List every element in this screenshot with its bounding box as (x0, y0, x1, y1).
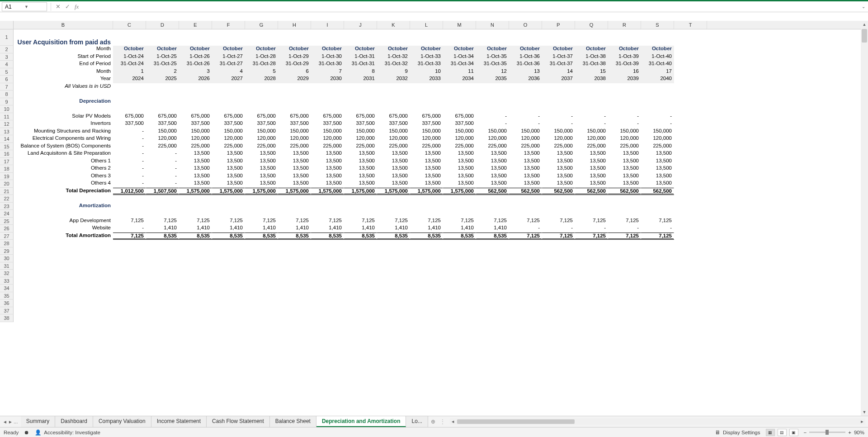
data-cell[interactable]: 13,500 (212, 158, 245, 166)
data-cell[interactable] (542, 83, 575, 91)
zoom-in-button[interactable]: + (848, 430, 851, 435)
data-cell[interactable]: 337,500 (113, 120, 146, 128)
data-cell[interactable] (377, 203, 410, 210)
data-cell[interactable]: 13,500 (509, 150, 542, 158)
data-cell[interactable] (311, 262, 344, 270)
data-cell[interactable]: 150,000 (542, 128, 575, 136)
row-label[interactable] (14, 210, 113, 218)
data-cell[interactable]: 337,500 (344, 120, 377, 128)
data-cell[interactable] (575, 195, 608, 203)
data-cell[interactable] (179, 90, 212, 98)
data-cell[interactable]: 13,500 (641, 158, 674, 166)
data-cell[interactable]: 13,500 (641, 165, 674, 173)
data-cell[interactable]: 562,500 (641, 188, 674, 195)
data-cell[interactable]: 31-Oct-28 (245, 61, 278, 68)
row-header[interactable]: 37 (0, 307, 14, 315)
data-cell[interactable]: 1,410 (344, 225, 377, 233)
data-cell[interactable]: 13,500 (476, 165, 509, 173)
data-cell[interactable]: 675,000 (179, 113, 212, 121)
data-cell[interactable]: - (509, 120, 542, 128)
data-cell[interactable] (146, 240, 179, 247)
data-cell[interactable]: - (608, 120, 641, 128)
data-cell[interactable]: 13,500 (641, 173, 674, 180)
col-header-T[interactable]: T (674, 21, 707, 29)
data-cell[interactable] (113, 90, 146, 98)
data-cell[interactable] (245, 277, 278, 285)
data-cell[interactable] (113, 210, 146, 218)
row-header[interactable]: 22 (0, 195, 14, 203)
data-cell[interactable] (443, 240, 476, 247)
data-cell[interactable] (113, 247, 146, 255)
data-cell[interactable]: 13,500 (542, 165, 575, 173)
data-cell[interactable] (311, 195, 344, 203)
data-cell[interactable] (113, 255, 146, 262)
row-label[interactable]: App Development (14, 218, 113, 225)
data-cell[interactable]: 13,500 (443, 150, 476, 158)
data-cell[interactable]: 31-Oct-30 (311, 61, 344, 68)
data-cell[interactable]: 13,500 (179, 180, 212, 188)
data-cell[interactable]: 13,500 (344, 165, 377, 173)
data-cell[interactable] (179, 299, 212, 307)
data-cell[interactable] (377, 90, 410, 98)
row-header[interactable]: 9 (0, 98, 14, 106)
row-label[interactable] (14, 307, 113, 315)
row-label[interactable] (14, 314, 113, 322)
data-cell[interactable] (575, 98, 608, 106)
col-header-E[interactable]: E (179, 21, 212, 29)
data-cell[interactable]: 2026 (179, 76, 212, 83)
data-cell[interactable] (542, 203, 575, 210)
data-cell[interactable]: 8,535 (278, 233, 311, 240)
data-cell[interactable] (212, 299, 245, 307)
data-cell[interactable]: October (641, 46, 674, 53)
data-cell[interactable] (575, 307, 608, 315)
data-cell[interactable] (377, 307, 410, 315)
data-cell[interactable]: 2 (146, 68, 179, 76)
data-cell[interactable]: 13,500 (377, 165, 410, 173)
data-cell[interactable]: 562,500 (542, 188, 575, 195)
data-cell[interactable]: 1,575,000 (278, 188, 311, 195)
data-cell[interactable]: 13,500 (377, 158, 410, 166)
data-cell[interactable] (608, 98, 641, 106)
data-cell[interactable]: 675,000 (410, 113, 443, 121)
data-cell[interactable] (179, 307, 212, 315)
data-cell[interactable]: - (542, 120, 575, 128)
data-cell[interactable]: 1,575,000 (179, 188, 212, 195)
row-label[interactable] (14, 255, 113, 262)
data-cell[interactable] (443, 105, 476, 113)
data-cell[interactable]: 13,500 (179, 158, 212, 166)
data-cell[interactable]: 31-Oct-24 (113, 61, 146, 68)
data-cell[interactable] (509, 255, 542, 262)
data-cell[interactable] (278, 195, 311, 203)
data-cell[interactable] (641, 255, 674, 262)
data-cell[interactable] (245, 105, 278, 113)
data-cell[interactable] (245, 195, 278, 203)
scroll-right-icon[interactable]: ► (859, 418, 865, 425)
data-cell[interactable]: - (509, 225, 542, 233)
data-cell[interactable] (542, 262, 575, 270)
data-cell[interactable] (410, 240, 443, 247)
data-cell[interactable]: - (641, 120, 674, 128)
data-cell[interactable] (542, 307, 575, 315)
data-cell[interactable] (476, 262, 509, 270)
data-cell[interactable]: 7,125 (509, 218, 542, 225)
data-cell[interactable] (344, 90, 377, 98)
data-cell[interactable]: 120,000 (641, 135, 674, 143)
data-cell[interactable] (278, 255, 311, 262)
data-cell[interactable]: - (146, 165, 179, 173)
data-cell[interactable]: 675,000 (344, 113, 377, 121)
data-cell[interactable]: 150,000 (278, 128, 311, 136)
data-cell[interactable]: 13,500 (311, 158, 344, 166)
data-cell[interactable]: 13,500 (608, 158, 641, 166)
data-cell[interactable] (608, 255, 641, 262)
data-cell[interactable]: - (113, 143, 146, 151)
data-cell[interactable]: 1-Oct-39 (608, 53, 641, 61)
new-sheet-button[interactable]: ⊕ (428, 417, 438, 427)
data-cell[interactable]: 120,000 (179, 135, 212, 143)
data-cell[interactable]: 120,000 (311, 135, 344, 143)
data-cell[interactable]: 120,000 (410, 135, 443, 143)
data-cell[interactable] (146, 270, 179, 277)
data-cell[interactable] (542, 210, 575, 218)
row-label[interactable]: Year (14, 76, 113, 83)
data-cell[interactable] (311, 270, 344, 277)
data-cell[interactable]: 31-Oct-34 (443, 61, 476, 68)
